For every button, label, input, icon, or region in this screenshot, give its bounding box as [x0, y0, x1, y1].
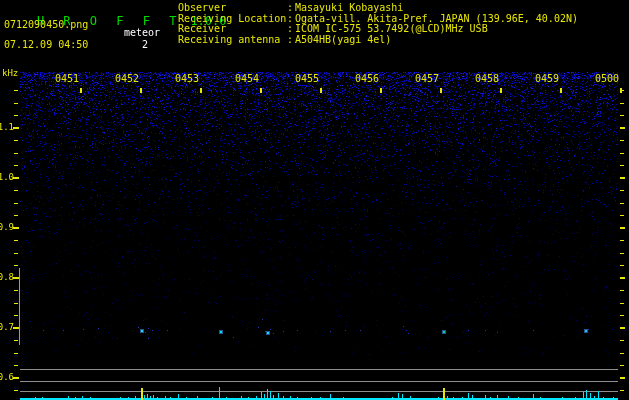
freq-tick-label: 0.8 [0, 273, 14, 282]
time-tick-label: 0451 [55, 74, 79, 84]
freq-tick-label: 1.1 [0, 123, 14, 132]
freq-tick-label: 0.6 [0, 373, 14, 382]
time-tick-label: 0452 [115, 74, 139, 84]
freq-tick-label: 0.9 [0, 223, 14, 232]
time-tick-label: 0453 [175, 74, 199, 84]
time-tick-label: 0459 [535, 74, 559, 84]
info-colon: : [287, 3, 295, 14]
filename-label: 0712090450.png [4, 20, 88, 30]
info-label: Observer [178, 3, 287, 14]
time-tick-label: 0500 [595, 74, 619, 84]
info-row: Receiving antenna:A504HB(yagi 4el) [178, 35, 578, 46]
time-tick-label: 0454 [235, 74, 259, 84]
meteor-count: 2 [142, 40, 148, 50]
observer-info-block: Observer:Masayuki KobayashiReceiving Loc… [178, 3, 578, 45]
freq-tick-label: 0.7 [0, 323, 14, 332]
info-label: Receiving antenna [178, 35, 287, 46]
info-colon: : [287, 35, 295, 46]
time-tick-label: 0456 [355, 74, 379, 84]
datetime-label: 07.12.09 04:50 [4, 40, 88, 50]
time-tick-label: 0455 [295, 74, 319, 84]
mode-label: meteor [124, 28, 160, 38]
spectrogram-canvas [0, 0, 629, 400]
hrofft-window: H R O F F T1.0.0 0712090450.png meteor 0… [0, 0, 629, 400]
info-row: Observer:Masayuki Kobayashi [178, 3, 578, 14]
freq-unit-label: kHz [2, 69, 18, 78]
time-tick-label: 0458 [475, 74, 499, 84]
freq-tick-label: 1.0 [0, 173, 14, 182]
info-value: A504HB(yagi 4el) [295, 35, 391, 46]
time-tick-label: 0457 [415, 74, 439, 84]
info-value: Masayuki Kobayashi [295, 3, 403, 14]
